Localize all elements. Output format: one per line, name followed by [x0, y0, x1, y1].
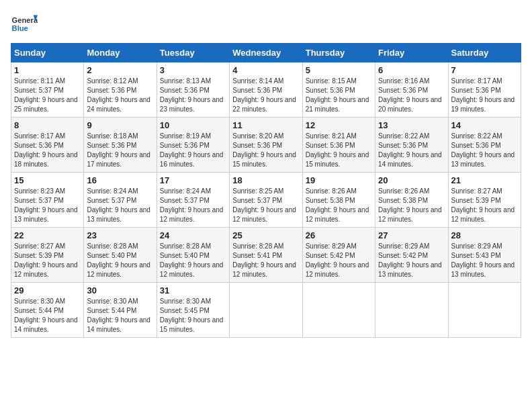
day-number: 23: [87, 230, 153, 240]
daylight-label: Daylight: 9 hours and 24 minutes.: [87, 96, 150, 113]
weekday-header-friday: Friday: [375, 44, 448, 62]
sunrise-label: Sunrise: 8:25 AM: [232, 187, 283, 195]
day-number: 15: [14, 175, 81, 185]
day-number: 27: [378, 230, 445, 240]
sunset-label: Sunset: 5:36 PM: [87, 87, 136, 94]
calendar-day-4: 4 Sunrise: 8:14 AM Sunset: 5:36 PM Dayli…: [230, 62, 302, 118]
sunset-label: Sunset: 5:37 PM: [14, 197, 64, 204]
calendar-day-17: 17 Sunrise: 8:24 AM Sunset: 5:37 PM Dayl…: [157, 173, 229, 228]
calendar-day-31: 31 Sunrise: 8:30 AM Sunset: 5:45 PM Dayl…: [157, 283, 229, 338]
day-number: 21: [451, 175, 518, 185]
daylight-label: Daylight: 9 hours and 19 minutes.: [451, 96, 515, 113]
calendar-day-20: 20 Sunrise: 8:26 AM Sunset: 5:38 PM Dayl…: [375, 173, 448, 228]
day-number: 1: [14, 65, 81, 75]
empty-cell: [230, 283, 302, 338]
sunset-label: Sunset: 5:37 PM: [14, 87, 64, 94]
sunrise-label: Sunrise: 8:27 AM: [14, 242, 65, 250]
sunrise-label: Sunrise: 8:29 AM: [451, 242, 502, 250]
weekday-header-saturday: Saturday: [448, 44, 521, 62]
daylight-label: Daylight: 9 hours and 13 minutes.: [451, 151, 515, 168]
sunrise-label: Sunrise: 8:12 AM: [87, 77, 138, 85]
day-info: Sunrise: 8:29 AM Sunset: 5:43 PM Dayligh…: [451, 242, 518, 279]
sunrise-label: Sunrise: 8:13 AM: [160, 77, 211, 85]
calendar-day-24: 24 Sunrise: 8:28 AM Sunset: 5:40 PM Dayl…: [157, 228, 229, 283]
calendar-day-11: 11 Sunrise: 8:20 AM Sunset: 5:36 PM Dayl…: [230, 118, 302, 173]
sunset-label: Sunset: 5:36 PM: [306, 87, 355, 94]
day-info: Sunrise: 8:27 AM Sunset: 5:39 PM Dayligh…: [14, 242, 81, 279]
page-header: General Blue: [11, 11, 521, 38]
daylight-label: Daylight: 9 hours and 15 minutes.: [306, 151, 369, 168]
sunset-label: Sunset: 5:37 PM: [160, 197, 210, 204]
sunset-label: Sunset: 5:43 PM: [451, 252, 501, 259]
day-info: Sunrise: 8:12 AM Sunset: 5:36 PM Dayligh…: [87, 77, 153, 114]
sunrise-label: Sunrise: 8:28 AM: [232, 242, 283, 250]
sunrise-label: Sunrise: 8:18 AM: [87, 132, 138, 140]
daylight-label: Daylight: 9 hours and 20 minutes.: [378, 96, 442, 113]
day-info: Sunrise: 8:22 AM Sunset: 5:36 PM Dayligh…: [451, 132, 518, 169]
sunset-label: Sunset: 5:36 PM: [451, 142, 501, 149]
daylight-label: Daylight: 9 hours and 12 minutes.: [87, 261, 150, 278]
calendar-day-29: 29 Sunrise: 8:30 AM Sunset: 5:44 PM Dayl…: [11, 283, 84, 338]
sunset-label: Sunset: 5:44 PM: [87, 307, 136, 314]
daylight-label: Daylight: 9 hours and 12 minutes.: [232, 206, 296, 223]
day-number: 26: [306, 230, 372, 240]
daylight-label: Daylight: 9 hours and 12 minutes.: [451, 206, 515, 223]
sunset-label: Sunset: 5:44 PM: [14, 307, 64, 314]
day-info: Sunrise: 8:19 AM Sunset: 5:36 PM Dayligh…: [160, 132, 226, 169]
sunrise-label: Sunrise: 8:23 AM: [14, 187, 65, 195]
day-info: Sunrise: 8:30 AM Sunset: 5:44 PM Dayligh…: [14, 297, 81, 334]
day-info: Sunrise: 8:15 AM Sunset: 5:36 PM Dayligh…: [306, 77, 372, 114]
daylight-label: Daylight: 9 hours and 12 minutes.: [160, 261, 224, 278]
day-number: 29: [14, 285, 81, 295]
day-number: 24: [160, 230, 226, 240]
day-number: 9: [87, 120, 153, 130]
sunset-label: Sunset: 5:42 PM: [378, 252, 428, 259]
day-number: 19: [306, 175, 372, 185]
logo: General Blue: [11, 11, 40, 38]
day-number: 20: [378, 175, 445, 185]
calendar-day-16: 16 Sunrise: 8:24 AM Sunset: 5:37 PM Dayl…: [84, 173, 157, 228]
sunrise-label: Sunrise: 8:15 AM: [306, 77, 357, 85]
day-number: 6: [378, 65, 445, 75]
daylight-label: Daylight: 9 hours and 15 minutes.: [160, 316, 224, 333]
sunrise-label: Sunrise: 8:22 AM: [451, 132, 502, 140]
day-info: Sunrise: 8:22 AM Sunset: 5:36 PM Dayligh…: [378, 132, 445, 169]
day-number: 30: [87, 285, 153, 295]
calendar-day-26: 26 Sunrise: 8:29 AM Sunset: 5:42 PM Dayl…: [302, 228, 375, 283]
day-info: Sunrise: 8:30 AM Sunset: 5:44 PM Dayligh…: [87, 297, 153, 334]
daylight-label: Daylight: 9 hours and 21 minutes.: [306, 96, 369, 113]
daylight-label: Daylight: 9 hours and 13 minutes.: [451, 261, 515, 278]
day-info: Sunrise: 8:29 AM Sunset: 5:42 PM Dayligh…: [306, 242, 372, 279]
day-number: 16: [87, 175, 153, 185]
sunset-label: Sunset: 5:45 PM: [160, 307, 210, 314]
weekday-header-tuesday: Tuesday: [157, 44, 229, 62]
sunset-label: Sunset: 5:42 PM: [306, 252, 355, 259]
sunrise-label: Sunrise: 8:14 AM: [232, 77, 283, 85]
calendar-day-8: 8 Sunrise: 8:17 AM Sunset: 5:36 PM Dayli…: [11, 118, 84, 173]
day-info: Sunrise: 8:17 AM Sunset: 5:36 PM Dayligh…: [451, 77, 518, 114]
sunset-label: Sunset: 5:38 PM: [378, 197, 428, 204]
sunset-label: Sunset: 5:38 PM: [306, 197, 355, 204]
calendar-day-21: 21 Sunrise: 8:27 AM Sunset: 5:39 PM Dayl…: [448, 173, 521, 228]
sunset-label: Sunset: 5:37 PM: [232, 197, 282, 204]
sunrise-label: Sunrise: 8:27 AM: [451, 187, 502, 195]
daylight-label: Daylight: 9 hours and 18 minutes.: [14, 151, 78, 168]
sunset-label: Sunset: 5:37 PM: [87, 197, 136, 204]
calendar-day-6: 6 Sunrise: 8:16 AM Sunset: 5:36 PM Dayli…: [375, 62, 448, 118]
weekday-header-wednesday: Wednesday: [230, 44, 302, 62]
sunrise-label: Sunrise: 8:17 AM: [451, 77, 502, 85]
sunrise-label: Sunrise: 8:28 AM: [160, 242, 211, 250]
sunrise-label: Sunrise: 8:29 AM: [306, 242, 357, 250]
weekday-header-thursday: Thursday: [302, 44, 375, 62]
calendar-day-25: 25 Sunrise: 8:28 AM Sunset: 5:41 PM Dayl…: [230, 228, 302, 283]
empty-cell: [302, 283, 375, 338]
sunrise-label: Sunrise: 8:30 AM: [14, 298, 65, 305]
calendar-day-12: 12 Sunrise: 8:21 AM Sunset: 5:36 PM Dayl…: [302, 118, 375, 173]
daylight-label: Daylight: 9 hours and 13 minutes.: [14, 206, 78, 223]
day-number: 18: [232, 175, 299, 185]
day-number: 13: [378, 120, 445, 130]
sunset-label: Sunset: 5:36 PM: [378, 142, 428, 149]
calendar-day-5: 5 Sunrise: 8:15 AM Sunset: 5:36 PM Dayli…: [302, 62, 375, 118]
day-number: 31: [160, 285, 226, 295]
sunrise-label: Sunrise: 8:26 AM: [306, 187, 357, 195]
